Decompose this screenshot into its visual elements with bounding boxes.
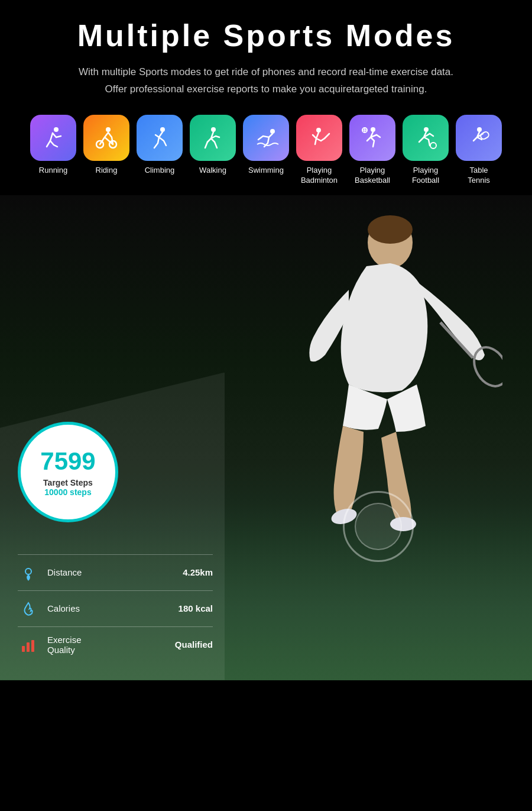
svg-rect-23	[27, 642, 30, 652]
calories-row: Calories 180 kcal	[18, 590, 213, 626]
steps-circle: 7599 Target Steps 10000 steps	[18, 422, 118, 522]
sport-item-football: PlayingFootball	[402, 115, 449, 186]
calories-icon	[18, 598, 39, 619]
svg-point-21	[25, 568, 31, 574]
sport-item-badminton: PlayingBadminton	[296, 115, 343, 186]
running-icon	[30, 115, 76, 161]
basketball-label: PlayingBasketball	[355, 166, 390, 186]
exercise-quality-value: Qualified	[175, 639, 213, 650]
sport-item-table-tennis: TableTennis	[455, 115, 502, 186]
table-tennis-icon	[456, 115, 502, 161]
distance-icon	[18, 562, 39, 583]
svg-rect-22	[22, 646, 25, 652]
walking-label: Walking	[199, 166, 226, 176]
steps-current: 7599	[40, 447, 95, 476]
badminton-label: PlayingBadminton	[301, 166, 338, 186]
riding-label: Riding	[96, 166, 118, 176]
svg-line-8	[325, 134, 329, 138]
steps-circle-container: 7599 Target Steps 10000 steps	[18, 422, 213, 540]
sport-item-riding: Riding	[83, 115, 130, 186]
sport-item-running: Running	[30, 115, 77, 186]
watch-ripple-inner	[355, 503, 402, 550]
running-label: Running	[39, 166, 67, 176]
svg-rect-24	[31, 640, 34, 652]
steps-target-value: 10000 steps	[44, 487, 91, 497]
sport-item-climbing: Climbing	[136, 115, 183, 186]
sport-item-swimming: Swimming	[242, 115, 290, 186]
svg-point-16	[368, 215, 413, 244]
distance-label: Distance	[47, 567, 183, 577]
photo-section: 7599 Target Steps 10000 steps Distance 4…	[0, 195, 532, 680]
football-icon	[403, 115, 449, 161]
distance-value: 4.25km	[183, 567, 213, 577]
distance-row: Distance 4.25km	[18, 554, 213, 590]
exercise-quality-row: ExerciseQuality Qualified	[18, 626, 213, 663]
table-tennis-label: TableTennis	[468, 166, 490, 186]
badminton-icon	[296, 115, 342, 161]
page-title: Multiple Sports Modes	[24, 18, 508, 53]
subtitle-text: With multiple Sports modes to get ride o…	[71, 64, 461, 98]
calories-label: Calories	[47, 603, 179, 613]
riding-icon	[83, 115, 129, 161]
sports-icons-row: Running Riding Climbing	[24, 115, 508, 186]
calories-value: 180 kcal	[179, 603, 213, 613]
basketball-icon	[349, 115, 395, 161]
stats-container: 7599 Target Steps 10000 steps Distance 4…	[18, 422, 213, 663]
sport-item-walking: Walking	[189, 115, 236, 186]
watch-ripple-outer	[343, 491, 414, 562]
svg-point-1	[106, 127, 111, 132]
football-label: PlayingFootball	[412, 166, 439, 186]
sport-item-basketball: PlayingBasketball	[349, 115, 396, 186]
header-section: Multiple Sports Modes With multiple Spor…	[0, 0, 532, 195]
swimming-label: Swimming	[248, 166, 284, 176]
stats-list: Distance 4.25km Calories 180 kcal	[18, 554, 213, 663]
steps-target-label: Target Steps	[43, 478, 93, 487]
climbing-label: Climbing	[145, 166, 175, 176]
swimming-icon	[243, 115, 289, 161]
svg-point-12	[430, 143, 436, 148]
exercise-quality-icon	[18, 634, 39, 655]
exercise-quality-label: ExerciseQuality	[47, 635, 175, 655]
walking-icon	[190, 115, 236, 161]
svg-point-0	[54, 127, 59, 132]
climbing-icon	[137, 115, 183, 161]
tennis-player-figure	[207, 195, 502, 668]
